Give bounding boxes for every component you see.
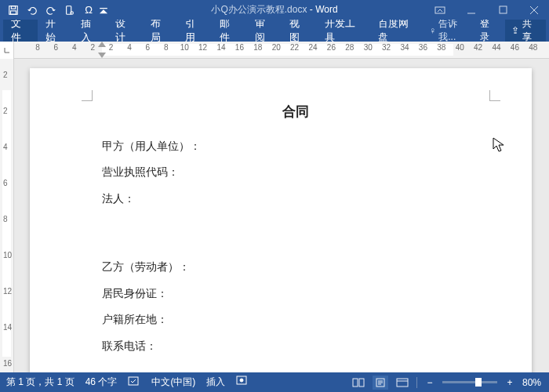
- tab-developer[interactable]: 开发工具: [317, 20, 371, 42]
- first-line-indent[interactable]: [98, 42, 106, 47]
- status-page[interactable]: 第 1 页，共 1 页: [6, 376, 75, 389]
- ribbon-tabs: 文件 开始 插入 设计 布局 引用 邮件 审阅 视图 开发工具 百度网盘 ♀告诉…: [0, 20, 549, 42]
- vruler-tick: 16: [3, 359, 12, 368]
- vruler-tick: 8: [3, 215, 8, 223]
- svg-rect-5: [435, 7, 445, 13]
- tab-home[interactable]: 开始: [38, 20, 72, 42]
- tell-me-search[interactable]: ♀告诉我...: [429, 17, 471, 44]
- hruler-tick: 22: [290, 43, 299, 52]
- hruler-tick: 38: [437, 43, 445, 52]
- hruler-tick: 24: [308, 43, 317, 52]
- document-page[interactable]: 合同 甲方（用人单位）：营业执照代码：法人： 乙方（劳动者）：居民身份证：户籍所…: [30, 68, 532, 372]
- tab-review[interactable]: 审阅: [247, 20, 282, 42]
- svg-rect-1: [11, 5, 15, 9]
- doc-line[interactable]: 法人：: [102, 191, 489, 207]
- view-web-icon[interactable]: [394, 376, 410, 390]
- vruler-tick: 2: [3, 71, 8, 79]
- window-controls: [427, 2, 547, 19]
- login-button[interactable]: 登录: [472, 17, 506, 44]
- touch-mode-icon[interactable]: [61, 2, 78, 19]
- view-read-icon[interactable]: [351, 376, 366, 390]
- hruler-tick: 12: [198, 43, 207, 52]
- vruler-tick: 12: [3, 287, 12, 296]
- vruler-tick: 6: [3, 179, 8, 187]
- zoom-slider-thumb[interactable]: [475, 378, 482, 387]
- zoom-slider[interactable]: [442, 381, 497, 383]
- doc-line[interactable]: [102, 218, 489, 234]
- zoom-in-button[interactable]: +: [504, 377, 516, 388]
- hruler-tick: 46: [511, 43, 519, 52]
- maximize-icon[interactable]: [489, 2, 516, 19]
- hruler-tick: 6: [54, 43, 59, 52]
- ribbon-options-icon[interactable]: [427, 2, 453, 19]
- document-body[interactable]: 合同 甲方（用人单位）：营业执照代码：法人： 乙方（劳动者）：居民身份证：户籍所…: [102, 103, 489, 365]
- doc-line[interactable]: 乙方（劳动者）：: [102, 260, 489, 275]
- tab-design[interactable]: 设计: [107, 20, 142, 42]
- redo-icon[interactable]: [42, 2, 60, 19]
- share-button[interactable]: ⇪共享: [505, 20, 546, 42]
- hruler-tick: 2: [109, 43, 114, 52]
- hruler-tick: 8: [164, 43, 169, 52]
- hruler-tick: 10: [180, 43, 189, 52]
- hruler-tick: 32: [382, 43, 391, 52]
- hruler-tick: 14: [216, 43, 225, 52]
- hruler-tick: 20: [272, 43, 281, 52]
- hruler-tick: 4: [72, 43, 77, 52]
- zoom-level[interactable]: 80%: [522, 377, 541, 388]
- symbol-icon[interactable]: Ω: [80, 2, 97, 19]
- hruler-tick: 44: [492, 43, 500, 52]
- tab-references[interactable]: 引用: [177, 20, 212, 42]
- zoom-out-button[interactable]: −: [424, 377, 436, 388]
- svg-rect-11: [359, 379, 364, 387]
- tab-insert[interactable]: 插入: [73, 20, 107, 42]
- hruler-tick: 18: [253, 43, 262, 52]
- horizontal-ruler[interactable]: 8642246810121416182022242628303234363840…: [14, 42, 549, 58]
- tab-mailings[interactable]: 邮件: [212, 20, 246, 42]
- hruler-tick: 42: [474, 43, 482, 52]
- vertical-ruler[interactable]: 2246810121416: [0, 59, 14, 372]
- status-proofing-icon[interactable]: [128, 376, 140, 389]
- ruler-area: 8642246810121416182022242628303234363840…: [0, 42, 549, 59]
- doc-title[interactable]: 合同: [102, 103, 489, 122]
- hruler-tick: 2: [90, 43, 95, 52]
- hruler-tick: 40: [456, 43, 464, 52]
- close-icon[interactable]: [521, 2, 547, 19]
- workspace: 2246810121416 合同 甲方（用人单位）：营业执照代码：法人： 乙方（…: [0, 59, 549, 372]
- hanging-indent[interactable]: [98, 53, 106, 58]
- vruler-tick: 14: [3, 323, 12, 332]
- status-insert-mode[interactable]: 插入: [206, 376, 225, 389]
- tab-view[interactable]: 视图: [282, 20, 316, 42]
- doc-line[interactable]: 营业执照代码：: [102, 165, 489, 180]
- hruler-tick: 48: [529, 43, 537, 52]
- qat-more-icon[interactable]: [99, 2, 108, 19]
- tab-selector[interactable]: [0, 42, 14, 59]
- lightbulb-icon: ♀: [429, 25, 436, 36]
- minimize-icon[interactable]: [458, 2, 485, 19]
- hruler-tick: 28: [345, 43, 354, 52]
- save-icon[interactable]: [5, 2, 22, 19]
- status-word-count[interactable]: 46 个字: [85, 376, 118, 389]
- vruler-active: [2, 90, 11, 357]
- svg-point-9: [240, 379, 243, 382]
- status-macro-icon[interactable]: [236, 376, 247, 389]
- view-print-icon[interactable]: [373, 376, 388, 390]
- doc-line[interactable]: 居民身份证：: [102, 286, 489, 302]
- page-area[interactable]: 合同 甲方（用人单位）：营业执照代码：法人： 乙方（劳动者）：居民身份证：户籍所…: [14, 59, 549, 372]
- hruler-tick: 30: [364, 43, 373, 52]
- titlebar: Ω 小Q办公演示教程.docx - Word: [0, 0, 549, 20]
- tab-baidu[interactable]: 百度网盘: [370, 20, 424, 42]
- svg-rect-2: [11, 10, 16, 13]
- vruler-tick: 2: [3, 107, 8, 115]
- tab-layout[interactable]: 布局: [143, 20, 177, 42]
- doc-line[interactable]: 户籍所在地：: [102, 312, 489, 328]
- statusbar: 第 1 页，共 1 页 46 个字 中文(中国) 插入 − + 80%: [0, 372, 549, 392]
- doc-line[interactable]: 联系电话：: [102, 339, 489, 354]
- hruler-tick: 26: [327, 43, 336, 52]
- doc-line[interactable]: 甲方（用人单位）：: [102, 139, 489, 154]
- quick-access-toolbar: Ω: [0, 2, 108, 19]
- window-title: 小Q办公演示教程.docx - Word: [211, 3, 337, 16]
- share-icon: ⇪: [511, 25, 519, 36]
- undo-icon[interactable]: [24, 2, 41, 19]
- tab-file[interactable]: 文件: [3, 20, 38, 42]
- status-language[interactable]: 中文(中国): [151, 376, 195, 389]
